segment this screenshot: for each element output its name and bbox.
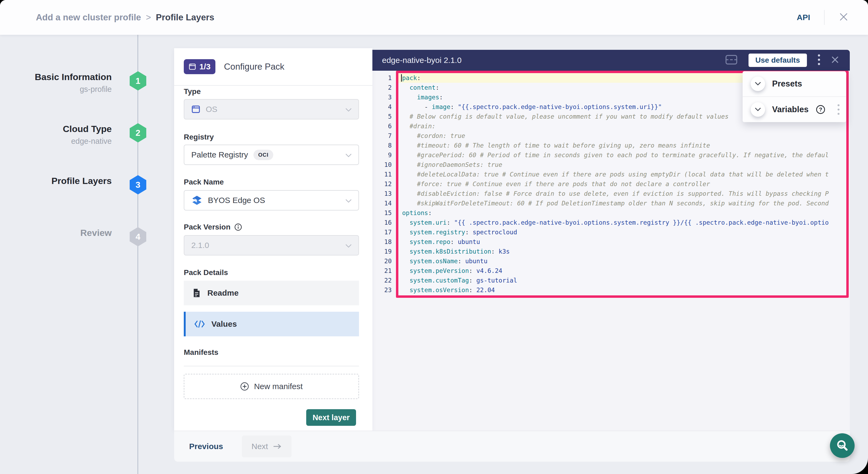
step-cloud-type[interactable]: Cloud Type edge-native 2 — [0, 123, 146, 152]
code-line-11[interactable]: #deleteLocalData: true # Continue even i… — [398, 169, 846, 179]
step-badge-2: 2 — [130, 123, 146, 143]
pack-version-select[interactable]: 2.1.0 — [184, 235, 359, 255]
svg-text:?: ? — [819, 106, 822, 113]
chevron-down-icon — [345, 150, 352, 159]
use-defaults-button[interactable]: Use defaults — [748, 54, 807, 67]
editor-line-numbers: 1234567891011121314151617181920212223 — [372, 73, 392, 295]
presets-expand-icon[interactable] — [751, 76, 765, 91]
info-icon[interactable] — [234, 223, 242, 231]
code-line-13[interactable]: #disableEviction: false # Force drain to… — [398, 189, 846, 198]
code-line-21[interactable]: system.peVersion: v4.6.24 — [398, 266, 846, 276]
top-bar-actions: API — [797, 10, 849, 25]
step-label: Basic Information — [0, 71, 112, 83]
chevron-down-icon — [345, 105, 352, 114]
manifests-divider — [184, 366, 359, 366]
editor-close-icon[interactable] — [831, 56, 839, 65]
editor-kebab-menu-icon[interactable] — [818, 54, 820, 67]
pack-details-label: Pack Details — [184, 268, 228, 277]
variables-row[interactable]: Variables ? — [743, 96, 846, 122]
variables-kebab-menu-icon[interactable] — [837, 104, 840, 115]
code-line-20[interactable]: system.osName: ubuntu — [398, 256, 846, 266]
editor-actions: Use defaults — [725, 54, 839, 67]
step-label: Profile Layers — [0, 175, 112, 187]
breadcrumb: Add a new cluster profile > Profile Laye… — [36, 12, 214, 23]
registry-select[interactable]: Palette Registry OCI — [184, 145, 359, 165]
code-line-12[interactable]: #force: true # Continue even if there ar… — [398, 179, 846, 189]
step-badge-3: 3 — [130, 175, 146, 194]
code-line-7[interactable]: #cordon: true — [398, 131, 846, 140]
variables-label: Variables — [772, 105, 808, 114]
configure-pack-title: Configure Pack — [224, 62, 284, 72]
presets-variables-panel: Presets Variables ? — [743, 71, 846, 122]
oci-badge: OCI — [253, 150, 274, 160]
step-badge-4: 4 — [130, 227, 146, 246]
top-bar-divider — [824, 10, 825, 25]
step-profile-layers[interactable]: Profile Layers 3 — [0, 175, 146, 196]
presets-row[interactable]: Presets — [743, 71, 846, 96]
wizard-footer: Previous Next — [174, 431, 850, 462]
code-line-19[interactable]: system.k8sDistribution: k3s — [398, 247, 846, 256]
wizard-stepper: Basic Information gs-profile 1 Cloud Typ… — [0, 35, 174, 474]
code-line-16[interactable]: system.uri: "{{ .spectro.pack.edge-nativ… — [398, 218, 846, 227]
search-fab-button[interactable] — [830, 433, 855, 458]
pack-name-label: Pack Name — [184, 178, 224, 186]
step-badge-1: 1 — [130, 71, 146, 91]
code-line-9[interactable]: #gracePeriod: 60 # Period of time in sec… — [398, 150, 846, 160]
os-pack-icon — [191, 105, 200, 114]
code-line-23[interactable]: system.osVersion: 22.04 — [398, 285, 846, 295]
step-review[interactable]: Review 4 — [0, 226, 146, 248]
step-basic-information[interactable]: Basic Information gs-profile 1 — [0, 71, 146, 100]
values-tab[interactable]: Values — [184, 312, 359, 336]
close-wizard-icon[interactable] — [839, 12, 849, 23]
next-layer-button[interactable]: Next layer — [306, 409, 356, 426]
spectro-pack-logo-icon — [191, 195, 203, 206]
top-bar: Add a new cluster profile > Profile Laye… — [0, 0, 868, 35]
code-line-22[interactable]: system.customTag: gs-tutorial — [398, 276, 846, 285]
variables-help-icon[interactable]: ? — [815, 104, 826, 115]
page-title: Profile Layers — [156, 12, 214, 23]
type-label: Type — [184, 87, 201, 96]
api-button[interactable]: API — [797, 13, 810, 22]
step-label: Review — [0, 226, 112, 239]
step-sublabel: gs-profile — [0, 83, 112, 95]
pack-step-indicator: 1/3 — [184, 59, 215, 74]
pack-name-select[interactable]: BYOS Edge OS — [184, 190, 359, 211]
code-line-6[interactable]: #drain: — [398, 121, 846, 131]
readme-doc-icon — [192, 288, 201, 298]
breadcrumb-separator-icon: > — [146, 12, 151, 23]
next-button[interactable]: Next — [242, 436, 292, 457]
plus-circle-icon — [240, 382, 249, 391]
pack-version-label: Pack Version — [184, 223, 242, 231]
configure-pack-header: 1/3 Configure Pack — [174, 48, 372, 86]
previous-button[interactable]: Previous — [189, 442, 223, 451]
code-line-8[interactable]: #timeout: 60 # The length of time to wai… — [398, 140, 846, 150]
chevron-down-icon — [345, 241, 352, 250]
editor-header: edge-native-byoi 2.1.0 Use defaults — [372, 50, 850, 71]
variables-expand-icon[interactable] — [751, 102, 765, 117]
code-line-18[interactable]: system.repo: ubuntu — [398, 237, 846, 247]
search-icon — [835, 439, 849, 452]
chevron-down-icon — [345, 196, 352, 205]
split-view-icon[interactable] — [725, 54, 738, 66]
code-line-15[interactable]: options: — [398, 208, 846, 218]
pack-icon — [189, 63, 196, 70]
readme-tab[interactable]: Readme — [184, 281, 359, 305]
stepper-connector-line — [137, 35, 138, 474]
code-line-10[interactable]: #ignoreDaemonSets: true — [398, 160, 846, 169]
code-values-icon — [194, 320, 205, 328]
presets-label: Presets — [772, 79, 802, 89]
arrow-right-icon — [273, 443, 282, 450]
step-sublabel: edge-native — [0, 135, 112, 147]
step-label: Cloud Type — [0, 123, 112, 135]
manifests-label: Manifests — [184, 348, 218, 357]
editor-title: edge-native-byoi 2.1.0 — [382, 56, 462, 65]
breadcrumb-parent[interactable]: Add a new cluster profile — [36, 12, 141, 23]
new-manifest-button[interactable]: New manifest — [184, 374, 359, 399]
code-line-14[interactable]: #skipWaitForDeleteTimeout: 60 # If pod D… — [398, 198, 846, 208]
registry-label: Registry — [184, 133, 214, 141]
app-window: Add a new cluster profile > Profile Laye… — [0, 0, 868, 474]
code-line-17[interactable]: system.registry: spectrocloud — [398, 227, 846, 237]
configure-pack-panel: 1/3 Configure Pack Type OS Registry Pale… — [174, 48, 372, 431]
type-select[interactable]: OS — [184, 99, 359, 120]
